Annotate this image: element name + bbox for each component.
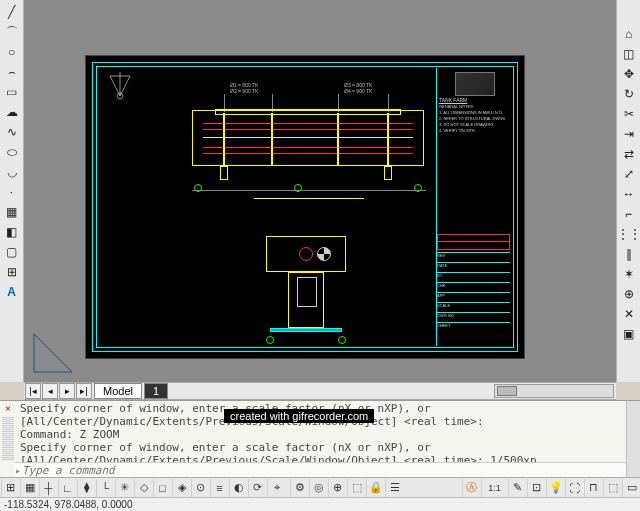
ortho-toggle-icon[interactable]: └ bbox=[96, 479, 114, 497]
clean-screen-icon[interactable]: ⛶ bbox=[565, 479, 583, 497]
pedestal bbox=[288, 272, 324, 328]
tab-layout-1[interactable]: 1 bbox=[144, 383, 168, 399]
tab-nav-next-icon[interactable]: ▸ bbox=[59, 383, 75, 399]
tb-row: SCALE bbox=[437, 302, 510, 312]
tb-row: REV bbox=[437, 252, 510, 262]
command-input-row: ▸ bbox=[14, 462, 626, 478]
rotate-tool-icon[interactable]: ↻ bbox=[618, 84, 640, 104]
isolate-obj-icon[interactable]: ⊡ bbox=[527, 479, 545, 497]
point-tool-icon[interactable]: · bbox=[1, 182, 23, 202]
autocad-app: ╱ ⌒ ○ ⌢ ▭ ☁ ∿ ⬭ ◡ · ▦ ◧ ▢ ⊞ A ⌂ ◫ ✥ ↻ ✂ … bbox=[0, 0, 640, 511]
command-drag-handle[interactable] bbox=[2, 417, 14, 461]
move-tool-icon[interactable]: ✥ bbox=[618, 64, 640, 84]
polar-toggle-icon[interactable]: ✳ bbox=[115, 479, 133, 497]
title-block-table: REV DATE BY CHK APP SCALE DWG NO SHEET bbox=[437, 252, 510, 344]
title-block-note: GENERAL NOTES: bbox=[439, 104, 510, 109]
hatch-tool-icon[interactable]: ▦ bbox=[1, 202, 23, 222]
ellipse-tool-icon[interactable]: ⬭ bbox=[1, 142, 23, 162]
snap-toggle-icon[interactable]: ┼ bbox=[39, 479, 57, 497]
grid-toggle-icon[interactable]: ▦ bbox=[20, 479, 38, 497]
scale-display[interactable]: 1:1 bbox=[481, 479, 507, 497]
rectangle-tool-icon[interactable]: ▭ bbox=[1, 82, 23, 102]
support-leg bbox=[384, 166, 392, 180]
line-tool-icon[interactable]: ╱ bbox=[1, 2, 23, 22]
explode-tool-icon[interactable]: ✶ bbox=[618, 264, 640, 284]
tab-nav-first-icon[interactable]: |◂ bbox=[25, 383, 41, 399]
revcloud-tool-icon[interactable]: ☁ bbox=[1, 102, 23, 122]
table-tool-icon[interactable]: ⊞ bbox=[1, 262, 23, 282]
lock-ui-icon[interactable]: 🔒 bbox=[366, 479, 384, 497]
scale-tool-icon[interactable]: ⤢ bbox=[618, 164, 640, 184]
tank-elevation-outline bbox=[192, 110, 424, 166]
paperspace-canvas[interactable]: Ø1 = 800 TK Ø2 = 900 TK Ø3 = 800 TK Ø4 =… bbox=[24, 0, 616, 382]
elev-marker-icon bbox=[266, 336, 274, 344]
cursor-coordinates[interactable]: -118.5324, 978.0488, 0.0000 bbox=[4, 499, 132, 510]
workspace-icon[interactable]: ⬚ bbox=[347, 479, 365, 497]
tank-front-outline bbox=[266, 236, 346, 272]
dim-label-b: Ø2 = 900 TK bbox=[230, 88, 258, 94]
osnap3d-toggle-icon[interactable]: ◈ bbox=[172, 479, 190, 497]
stiffener bbox=[337, 113, 339, 165]
nav-cube-icon[interactable]: ◫ bbox=[618, 44, 640, 64]
hscroll-thumb[interactable] bbox=[497, 386, 517, 396]
tank-cap bbox=[215, 109, 401, 115]
arc-tool-icon[interactable]: ⌢ bbox=[1, 62, 23, 82]
command-vscrollbar[interactable] bbox=[626, 401, 640, 478]
command-input[interactable] bbox=[22, 464, 626, 477]
customize-icon[interactable]: ☰ bbox=[385, 479, 403, 497]
transparency-toggle-icon[interactable]: ◐ bbox=[229, 479, 247, 497]
region-tool-icon[interactable]: ▢ bbox=[1, 242, 23, 262]
lineweight-toggle-icon[interactable]: ≡ bbox=[210, 479, 228, 497]
otrack-toggle-icon[interactable]: ⊙ bbox=[191, 479, 209, 497]
tb-row: BY bbox=[437, 272, 510, 282]
elev-marker-icon bbox=[338, 336, 346, 344]
annotation-monitor-icon[interactable]: Ⓐ bbox=[462, 479, 480, 497]
model-paper-toggle-icon[interactable]: ⊞ bbox=[1, 479, 19, 497]
join-tool-icon[interactable]: ⊕ bbox=[618, 284, 640, 304]
spline-tool-icon[interactable]: ∿ bbox=[1, 122, 23, 142]
fullscreen-icon[interactable]: ▭ bbox=[622, 479, 640, 497]
polyline-tool-icon[interactable]: ⌒ bbox=[1, 22, 23, 42]
tb-row: DWG NO bbox=[437, 312, 510, 322]
hscrollbar[interactable] bbox=[494, 384, 614, 398]
tray-icon[interactable]: ⬚ bbox=[603, 479, 621, 497]
ellipse-arc-tool-icon[interactable]: ◡ bbox=[1, 162, 23, 182]
trim-tool-icon[interactable]: ✂ bbox=[618, 104, 640, 124]
tb-row: CHK bbox=[437, 282, 510, 292]
dyn-input-toggle-icon[interactable]: ⧫ bbox=[77, 479, 95, 497]
tab-model[interactable]: Model bbox=[94, 383, 142, 399]
mirror-tool-icon[interactable]: ⇄ bbox=[618, 144, 640, 164]
draw-toolbar: ╱ ⌒ ○ ⌢ ▭ ☁ ∿ ⬭ ◡ · ▦ ◧ ▢ ⊞ A bbox=[0, 0, 24, 382]
extend-tool-icon[interactable]: ⇥ bbox=[618, 124, 640, 144]
title-block-note: 1. ALL DIMENSIONS IN MM U.N.O. bbox=[439, 110, 510, 115]
osnap-toggle-icon[interactable]: □ bbox=[153, 479, 171, 497]
tab-nav-last-icon[interactable]: ▸| bbox=[76, 383, 92, 399]
block-tool-icon[interactable]: ▣ bbox=[618, 324, 640, 344]
max-viewport-icon[interactable]: ⊓ bbox=[584, 479, 602, 497]
offset-tool-icon[interactable]: ‖ bbox=[618, 244, 640, 264]
iso-toggle-icon[interactable]: ◇ bbox=[134, 479, 152, 497]
revision-strip bbox=[437, 234, 510, 250]
command-close-icon[interactable]: × bbox=[2, 403, 14, 415]
gradient-tool-icon[interactable]: ◧ bbox=[1, 222, 23, 242]
tab-nav-prev-icon[interactable]: ◂ bbox=[42, 383, 58, 399]
hardware-accel-icon[interactable]: 💡 bbox=[546, 479, 564, 497]
erase-tool-icon[interactable]: ✕ bbox=[618, 304, 640, 324]
ann-scale-icon[interactable]: ⚙ bbox=[290, 479, 308, 497]
ann-visibility-icon[interactable]: ◎ bbox=[309, 479, 327, 497]
pipe-line bbox=[203, 147, 413, 148]
selection-cycling-toggle-icon[interactable]: ⟳ bbox=[248, 479, 266, 497]
pipe-line bbox=[203, 153, 413, 154]
fillet-tool-icon[interactable]: ⌐ bbox=[618, 204, 640, 224]
nav-home-icon[interactable]: ⌂ bbox=[618, 24, 640, 44]
infer-toggle-icon[interactable]: ∟ bbox=[58, 479, 76, 497]
qprops-icon[interactable]: ✎ bbox=[508, 479, 526, 497]
ann-autoscale-icon[interactable]: ⊕ bbox=[328, 479, 346, 497]
front-view bbox=[236, 236, 376, 342]
array-tool-icon[interactable]: ⋮⋮ bbox=[618, 224, 640, 244]
mtext-tool-icon[interactable]: A bbox=[1, 282, 23, 302]
stiffener bbox=[223, 113, 225, 165]
stretch-tool-icon[interactable]: ↔ bbox=[618, 184, 640, 204]
circle-tool-icon[interactable]: ○ bbox=[1, 42, 23, 62]
quick-props-toggle-icon[interactable]: ⌖ bbox=[267, 479, 285, 497]
